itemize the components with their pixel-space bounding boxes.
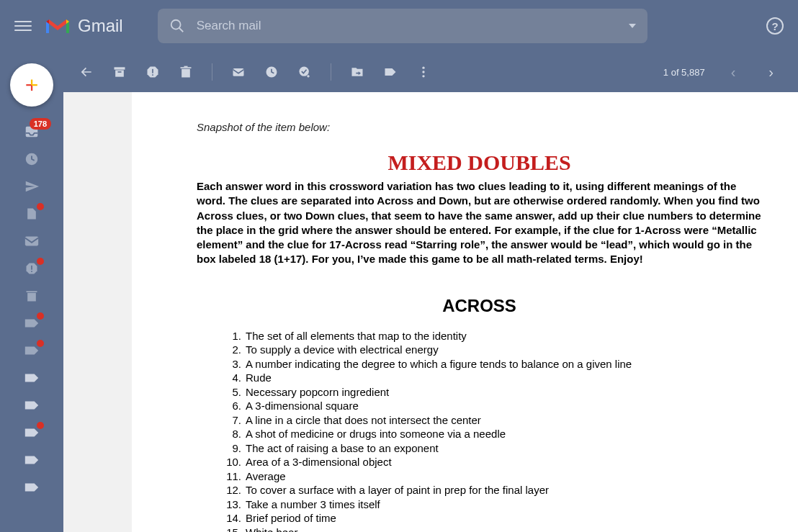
svg-rect-24 <box>31 271 32 272</box>
across-clue: 14. Brief period of time <box>221 511 762 526</box>
svg-rect-10 <box>184 66 188 68</box>
label-side-icon-4[interactable] <box>24 397 40 413</box>
gmail-m-icon <box>45 16 71 36</box>
help-icon[interactable]: ? <box>766 17 784 35</box>
label-side-icon-1[interactable] <box>24 315 40 331</box>
svg-rect-2 <box>115 67 125 69</box>
across-clue-list: 1. The set of all elements that map to t… <box>197 329 762 533</box>
message-content: Snapshot of the item below: MIXED DOUBLE… <box>63 92 798 532</box>
mail-icon[interactable] <box>24 233 40 249</box>
search-input[interactable] <box>197 19 617 33</box>
svg-point-17 <box>422 71 424 73</box>
label-side-icon-3[interactable] <box>24 370 40 386</box>
across-clue: 13. Take a number 3 times itself <box>221 497 762 512</box>
archive-icon[interactable] <box>112 65 127 79</box>
svg-rect-8 <box>181 69 190 78</box>
puzzle-intro: Each answer word in this crossword varia… <box>197 179 762 267</box>
sidebar: + 178 <box>0 52 63 532</box>
across-clue: 4. Rude <box>221 371 762 385</box>
across-clue: 5. Necessary popcorn ingredient <box>221 385 762 400</box>
prev-icon[interactable]: ‹ <box>724 64 743 81</box>
across-clue: 15. White bear <box>221 526 762 533</box>
svg-line-1 <box>179 28 183 32</box>
svg-rect-3 <box>115 71 124 77</box>
across-clue: 1. The set of all elements that map to t… <box>221 329 762 343</box>
svg-rect-7 <box>152 74 153 76</box>
mark-unread-icon[interactable] <box>231 65 246 79</box>
label-side-icon-5[interactable] <box>24 425 40 441</box>
across-clue: 9. The act of raising a base to an expon… <box>221 441 762 456</box>
svg-rect-25 <box>27 293 36 302</box>
drafts-icon[interactable] <box>24 206 40 222</box>
across-clue: 3. A number indicating the degree to whi… <box>221 357 762 371</box>
inbox-badge: 178 <box>30 118 51 130</box>
snoozed-icon[interactable] <box>24 151 40 167</box>
spam-side-icon[interactable] <box>24 261 40 276</box>
across-clue: 8. A shot of medicine or drugs into some… <box>221 427 762 441</box>
svg-rect-23 <box>31 266 32 270</box>
snooze-icon[interactable] <box>264 65 279 79</box>
menu-icon[interactable] <box>14 17 32 35</box>
svg-rect-4 <box>118 71 122 73</box>
gmail-text: Gmail <box>78 16 123 36</box>
across-clue: 7. A line in a circle that does not inte… <box>221 413 762 428</box>
search-box[interactable] <box>158 9 647 43</box>
svg-point-18 <box>422 75 424 77</box>
label-side-icon-2[interactable] <box>24 343 40 359</box>
message-counter: 1 of 5,887 <box>663 67 705 78</box>
inbox-icon[interactable]: 178 <box>24 124 40 140</box>
svg-rect-6 <box>152 69 153 73</box>
across-clue: 12. To cover a surface with a layer of p… <box>221 483 762 497</box>
svg-rect-11 <box>233 68 244 76</box>
search-options-icon[interactable] <box>629 24 636 28</box>
trash-side-icon[interactable] <box>24 288 40 304</box>
toolbar-divider <box>212 63 212 81</box>
move-icon[interactable] <box>350 65 364 79</box>
label-side-icon-7[interactable] <box>24 479 40 495</box>
across-clue: 11. Average <box>221 469 762 484</box>
svg-point-13 <box>300 67 309 76</box>
back-icon[interactable] <box>79 65 94 79</box>
more-icon[interactable] <box>416 65 431 79</box>
svg-rect-9 <box>181 67 192 68</box>
content-gutter <box>63 92 132 532</box>
search-icon <box>169 18 185 34</box>
delete-icon[interactable] <box>179 65 193 79</box>
across-clue: 6. A 3-dimensional square <box>221 399 762 413</box>
svg-rect-21 <box>25 237 38 246</box>
message-toolbar: 1 of 5,887 ‹ › <box>0 52 798 92</box>
toolbar-divider <box>331 63 331 81</box>
svg-point-16 <box>422 67 424 69</box>
svg-rect-26 <box>27 291 37 292</box>
task-icon[interactable] <box>297 65 312 79</box>
plus-icon: + <box>25 72 39 99</box>
compose-button[interactable]: + <box>10 63 53 107</box>
next-icon[interactable]: › <box>761 64 781 81</box>
across-heading: ACROSS <box>197 296 762 316</box>
spam-icon[interactable] <box>145 65 160 79</box>
across-clue: 10. Area of a 3-dimensional object <box>221 455 762 469</box>
across-clue: 2. To supply a device with electrical en… <box>221 343 762 357</box>
label-icon[interactable] <box>383 65 398 79</box>
snapshot-label: Snapshot of the item below: <box>197 121 762 133</box>
document-body: Snapshot of the item below: MIXED DOUBLE… <box>132 92 798 532</box>
gmail-logo[interactable]: Gmail <box>45 16 123 36</box>
svg-point-0 <box>171 20 180 30</box>
app-header: Gmail ? <box>0 0 798 52</box>
puzzle-title: MIXED DOUBLES <box>197 150 762 175</box>
sent-icon[interactable] <box>24 179 40 194</box>
label-side-icon-6[interactable] <box>24 452 40 468</box>
